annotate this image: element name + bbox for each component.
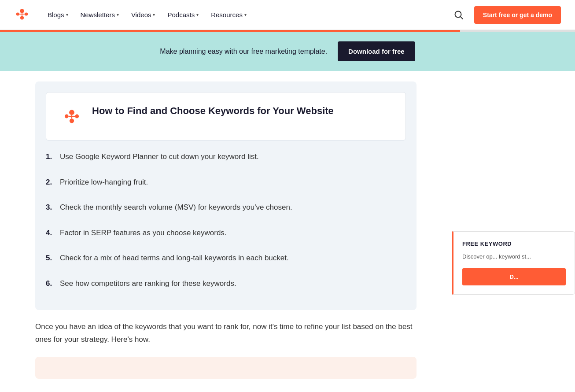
svg-point-8 xyxy=(69,110,74,115)
svg-line-7 xyxy=(460,16,463,19)
step-4-num: 4. xyxy=(46,227,56,239)
step-2-text: Prioritize low-hanging fruit. xyxy=(60,177,148,188)
nav-blogs[interactable]: Blogs ▾ xyxy=(42,7,74,22)
download-for-free-button[interactable]: Download for free xyxy=(338,41,415,61)
svg-point-9 xyxy=(75,115,79,118)
search-icon xyxy=(454,10,464,20)
step-5-text: Check for a mix of head terms and long-t… xyxy=(60,252,289,264)
peach-preview-card xyxy=(35,357,417,379)
sidebar-widget-button[interactable]: D... xyxy=(462,268,566,285)
nav-resources[interactable]: Resources ▾ xyxy=(206,7,252,22)
step-item: 2. Prioritize low-hanging fruit. xyxy=(46,170,406,195)
nav-actions: Start free or get a demo xyxy=(450,6,561,24)
step-1-num: 1. xyxy=(46,151,56,163)
toc-hubspot-logo xyxy=(62,107,81,128)
body-paragraph: Once you have an idea of the keywords th… xyxy=(35,321,417,346)
newsletters-chevron-icon: ▾ xyxy=(117,12,119,17)
nav-videos[interactable]: Videos ▾ xyxy=(126,7,161,22)
podcasts-chevron-icon: ▾ xyxy=(196,12,199,17)
step-item: 4. Factor in SERP features as you choose… xyxy=(46,220,406,246)
nav-newsletters[interactable]: Newsletters ▾ xyxy=(75,7,124,22)
toc-inner: How to Find and Choose Keywords for Your… xyxy=(46,92,406,141)
nav-links: Blogs ▾ Newsletters ▾ Videos ▾ Podcasts … xyxy=(42,7,450,22)
step-3-num: 3. xyxy=(46,202,56,213)
svg-point-0 xyxy=(20,9,24,13)
step-4-text: Factor in SERP features as you choose ke… xyxy=(60,227,227,239)
navbar: Blogs ▾ Newsletters ▾ Videos ▾ Podcasts … xyxy=(0,0,575,30)
step-3-text: Check the monthly search volume (MSV) fo… xyxy=(60,202,292,213)
nav-podcasts[interactable]: Podcasts ▾ xyxy=(162,7,204,22)
step-item: 5. Check for a mix of head terms and lon… xyxy=(46,245,406,271)
blogs-chevron-icon: ▾ xyxy=(66,12,68,17)
step-2-num: 2. xyxy=(46,177,56,188)
svg-point-11 xyxy=(70,118,74,123)
svg-point-10 xyxy=(65,115,69,118)
start-free-button[interactable]: Start free or get a demo xyxy=(474,6,561,24)
nav-blogs-label: Blogs xyxy=(48,11,64,18)
promo-banner: Make planning easy with our free marketi… xyxy=(0,32,575,71)
step-5-num: 5. xyxy=(46,252,56,264)
right-sidebar: FREE KEYWORD Discover op... keyword st..… xyxy=(452,81,575,379)
svg-point-2 xyxy=(16,12,19,15)
article-area: How to Find and Choose Keywords for Your… xyxy=(0,81,452,379)
hubspot-logo[interactable] xyxy=(14,6,30,24)
step-item: 3. Check the monthly search volume (MSV)… xyxy=(46,195,406,220)
step-6-num: 6. xyxy=(46,278,56,289)
toc-card: How to Find and Choose Keywords for Your… xyxy=(35,81,417,310)
banner-text: Make planning easy with our free marketi… xyxy=(160,48,327,55)
sidebar-widget-text: Discover op... keyword st... xyxy=(462,252,566,261)
toc-title: How to Find and Choose Keywords for Your… xyxy=(92,105,334,118)
svg-point-3 xyxy=(20,16,24,19)
steps-list: 1. Use Google Keyword Planner to cut dow… xyxy=(46,141,406,300)
step-1-text: Use Google Keyword Planner to cut down y… xyxy=(60,151,259,163)
svg-point-1 xyxy=(25,12,28,15)
videos-chevron-icon: ▾ xyxy=(153,12,155,17)
step-item: 6. See how competitors are ranking for t… xyxy=(46,271,406,296)
search-button[interactable] xyxy=(450,7,467,23)
step-item: 1. Use Google Keyword Planner to cut dow… xyxy=(46,144,406,170)
main-content: How to Find and Choose Keywords for Your… xyxy=(0,71,575,389)
sidebar-widget-title: FREE KEYWORD xyxy=(462,240,566,247)
nav-resources-label: Resources xyxy=(211,11,243,18)
nav-videos-label: Videos xyxy=(131,11,151,18)
resources-chevron-icon: ▾ xyxy=(244,12,247,17)
sidebar-widget: FREE KEYWORD Discover op... keyword st..… xyxy=(452,231,575,295)
nav-newsletters-label: Newsletters xyxy=(81,11,115,18)
step-6-text: See how competitors are ranking for thes… xyxy=(60,278,236,289)
nav-podcasts-label: Podcasts xyxy=(167,11,195,18)
